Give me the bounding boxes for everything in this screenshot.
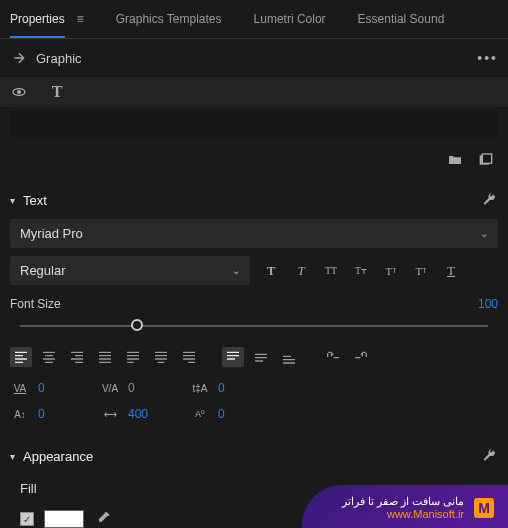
text-metrics: VA 0 V/A 0 t‡A 0: [0, 375, 508, 401]
tsume-metric[interactable]: ⟷ 400: [100, 405, 160, 423]
appearance-section-header[interactable]: ▾ Appearance: [0, 437, 508, 475]
text-section-header[interactable]: ▾ Text: [0, 181, 508, 219]
layer-footer: [0, 143, 508, 181]
font-style-value: Regular: [20, 263, 66, 278]
smallcaps-button[interactable]: Tᴛ: [350, 260, 372, 282]
watermark: مانی سافت از صفر تا فراتر www.Manisoft.i…: [302, 485, 508, 528]
font-size-row: Font Size 100: [0, 293, 508, 317]
leading-icon: t‡A: [190, 379, 210, 397]
font-size-slider[interactable]: [20, 319, 488, 333]
align-justify-button[interactable]: [94, 347, 116, 367]
tracking-metric[interactable]: VA 0: [10, 379, 70, 397]
text-metrics-2: A↕ 0 ⟷ 400 A⁰ 0: [0, 401, 508, 427]
svg-rect-3: [482, 154, 491, 163]
graphic-more-icon[interactable]: •••: [477, 50, 498, 66]
allcaps-button[interactable]: TT: [320, 260, 342, 282]
graphic-label: Graphic: [36, 51, 82, 66]
layer-toolbar: T: [0, 77, 508, 107]
text-section-label: Text: [23, 193, 47, 208]
subscript-button[interactable]: TT: [410, 260, 432, 282]
chevron-down-icon: ▾: [10, 451, 15, 462]
appearance-section-label: Appearance: [23, 449, 93, 464]
tab-essential-sound[interactable]: Essential Sound: [358, 12, 445, 38]
other-metric-icon: A⁰: [190, 405, 210, 423]
leading-value[interactable]: 0: [218, 381, 225, 395]
kerning-icon: V/A: [100, 379, 120, 397]
italic-button[interactable]: T: [290, 260, 312, 282]
text-direction-ltr-button[interactable]: [322, 347, 344, 367]
watermark-line2: www.Manisoft.ir: [342, 508, 464, 520]
fill-color-swatch[interactable]: [44, 510, 84, 528]
valign-top-button[interactable]: [222, 347, 244, 367]
superscript-button[interactable]: TT: [380, 260, 402, 282]
tab-menu-icon[interactable]: ≡: [77, 12, 84, 38]
alignment-row: [0, 343, 508, 375]
baseline-metric[interactable]: A↕ 0: [10, 405, 70, 423]
tab-lumetri-color[interactable]: Lumetri Color: [254, 12, 326, 38]
baseline-icon: A↕: [10, 405, 30, 423]
text-direction-rtl-button[interactable]: [350, 347, 372, 367]
font-style-dropdown[interactable]: Regular ⌄: [10, 256, 250, 285]
font-family-dropdown[interactable]: Myriad Pro ⌄: [10, 219, 498, 248]
font-family-value: Myriad Pro: [20, 226, 83, 241]
leading-metric[interactable]: t‡A 0: [190, 379, 250, 397]
tsume-icon: ⟷: [100, 405, 120, 423]
underline-button[interactable]: T: [440, 260, 462, 282]
tracking-icon: VA: [10, 379, 30, 397]
panel-tabs: Properties ≡ Graphics Templates Lumetri …: [0, 0, 508, 39]
eye-icon[interactable]: [10, 83, 28, 101]
wrench-icon[interactable]: [480, 191, 498, 209]
new-folder-icon[interactable]: [446, 151, 464, 169]
align-right-button[interactable]: [66, 347, 88, 367]
slider-thumb[interactable]: [131, 319, 143, 331]
wrench-icon[interactable]: [480, 447, 498, 465]
other-value[interactable]: 0: [218, 407, 225, 421]
fill-checkbox[interactable]: ✓: [20, 512, 34, 526]
tab-graphics-templates[interactable]: Graphics Templates: [116, 12, 222, 38]
chevron-down-icon: ⌄: [232, 265, 240, 276]
watermark-line1: مانی سافت از صفر تا فراتر: [342, 495, 464, 508]
graphic-header: Graphic •••: [0, 39, 508, 77]
valign-middle-button[interactable]: [250, 347, 272, 367]
chevron-down-icon: ⌄: [480, 228, 488, 239]
align-left-button[interactable]: [10, 347, 32, 367]
graphic-arrow-icon: [10, 49, 28, 67]
kerning-value[interactable]: 0: [128, 381, 135, 395]
font-size-label: Font Size: [10, 297, 61, 311]
baseline-value[interactable]: 0: [38, 407, 45, 421]
chevron-down-icon: ▾: [10, 195, 15, 206]
kerning-metric[interactable]: V/A 0: [100, 379, 160, 397]
new-item-icon[interactable]: [476, 151, 494, 169]
eyedropper-icon[interactable]: [94, 510, 112, 528]
tab-properties[interactable]: Properties: [10, 12, 65, 38]
align-justify-last-center-button[interactable]: [150, 347, 172, 367]
text-content-field[interactable]: [10, 111, 498, 137]
bold-button[interactable]: T: [260, 260, 282, 282]
align-justify-last-right-button[interactable]: [178, 347, 200, 367]
text-type-icon[interactable]: T: [48, 83, 66, 101]
watermark-logo-icon: M: [474, 498, 494, 518]
font-size-value[interactable]: 100: [478, 297, 498, 311]
valign-bottom-button[interactable]: [278, 347, 300, 367]
svg-point-1: [18, 91, 21, 94]
text-style-buttons: T T TT Tᴛ TT TT T: [260, 256, 462, 285]
tracking-value[interactable]: 0: [38, 381, 45, 395]
align-justify-last-left-button[interactable]: [122, 347, 144, 367]
align-center-button[interactable]: [38, 347, 60, 367]
other-metric[interactable]: A⁰ 0: [190, 405, 250, 423]
tsume-value[interactable]: 400: [128, 407, 148, 421]
